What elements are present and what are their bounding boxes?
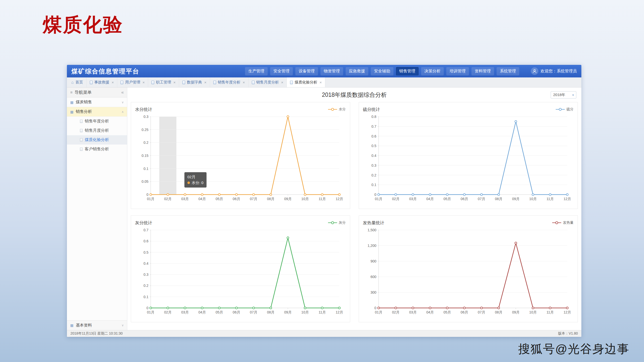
tab[interactable]: 事故救援×	[87, 77, 117, 87]
close-icon[interactable]: ×	[142, 80, 145, 84]
svg-text:0.1: 0.1	[144, 167, 149, 171]
chart-canvas[interactable]: 00.050.10.150.20.250.301月02月03月04月05月06月…	[135, 113, 345, 204]
svg-text:01月: 01月	[375, 310, 382, 314]
legend-marker-icon	[556, 108, 565, 111]
chart-canvas[interactable]: 03006009001,2001,50001月02月03月04月05月06月07…	[363, 227, 573, 317]
chart-canvas[interactable]: 00.10.20.30.40.50.60.70.801月02月03月04月05月…	[363, 113, 573, 204]
folder-icon: ▦	[70, 110, 73, 114]
nav-item[interactable]: 系统管理	[497, 67, 519, 75]
svg-text:05月: 05月	[443, 310, 451, 314]
close-icon[interactable]: ×	[243, 80, 245, 84]
tab-label: 用户管理	[125, 80, 140, 85]
tab[interactable]: 煤质化验分析×	[287, 77, 325, 87]
svg-text:11月: 11月	[546, 197, 554, 201]
legend-label: 灰分	[339, 220, 346, 225]
close-icon[interactable]: ×	[173, 80, 176, 84]
svg-text:04月: 04月	[426, 197, 434, 201]
user-avatar-icon[interactable]	[531, 67, 538, 75]
tab[interactable]: ⌂首页	[68, 77, 87, 87]
nav-item[interactable]: 销售管理	[396, 67, 419, 75]
menu-icon: ≡	[70, 90, 72, 95]
content-header: 2018年煤质数据综合分析 2018年 ▾	[131, 87, 578, 102]
svg-text:12月: 12月	[336, 197, 343, 201]
nav-item[interactable]: 资料管理	[471, 67, 494, 75]
nav-item[interactable]: 安全管理	[270, 67, 293, 75]
document-icon	[90, 81, 93, 84]
nav-item[interactable]: 设备管理	[295, 67, 318, 75]
svg-text:0.7: 0.7	[144, 228, 149, 232]
main-nav: 生产管理安全管理设备管理物资管理应急救援安全辅助销售管理决策分析培训管理资料管理…	[245, 67, 519, 75]
sidebar-item-basic-info[interactable]: ▦ 基本资料 ∨	[67, 321, 127, 330]
app-header: 煤矿综合信息管理平台 生产管理安全管理设备管理物资管理应急救援安全辅助销售管理决…	[67, 65, 581, 77]
legend-marker-icon	[552, 221, 561, 224]
chart-legend[interactable]: 水分	[328, 107, 346, 112]
svg-text:02月: 02月	[164, 310, 172, 314]
tab[interactable]: 数据字典×	[179, 77, 210, 87]
svg-text:04月: 04月	[198, 310, 206, 314]
nav-item[interactable]: 培训管理	[446, 67, 469, 75]
close-icon[interactable]: ×	[319, 80, 322, 84]
close-icon[interactable]: ×	[112, 80, 114, 84]
sidebar-item[interactable]: 销售月度分析	[67, 126, 127, 135]
user-area[interactable]: 欢迎您：系统管理员	[531, 67, 577, 75]
sidebar-group[interactable]: ▦煤炭销售∨	[67, 98, 127, 107]
nav-item[interactable]: 应急救援	[346, 67, 368, 75]
page: 煤质化验 煤矿综合信息管理平台 生产管理安全管理设备管理物资管理应急救援安全辅助…	[0, 0, 644, 362]
chart-legend[interactable]: 灰分	[328, 220, 346, 225]
document-icon	[120, 81, 123, 84]
page-headline: 煤质化验	[43, 12, 123, 38]
folder-icon: ▦	[70, 100, 73, 104]
sidebar-item[interactable]: 客户销售分析	[67, 145, 127, 154]
nav-item[interactable]: 生产管理	[245, 67, 268, 75]
folder-icon: ▦	[70, 323, 73, 327]
nav-item[interactable]: 安全辅助	[371, 67, 393, 75]
sidebar-item[interactable]: 销售年度分析	[67, 117, 127, 126]
svg-text:02月: 02月	[392, 197, 399, 201]
document-icon	[290, 81, 293, 84]
tab[interactable]: 职工管理×	[148, 77, 179, 87]
status-datetime: 2018年11月13日 星期二 10:31:30	[70, 331, 123, 336]
tab[interactable]: 销售年度分析×	[210, 77, 249, 87]
svg-text:0: 0	[146, 193, 148, 197]
svg-text:12月: 12月	[564, 310, 571, 314]
svg-text:0.6: 0.6	[371, 134, 376, 138]
tab[interactable]: 销售月度分析×	[249, 77, 287, 87]
svg-text:10月: 10月	[301, 197, 309, 201]
svg-text:09月: 09月	[284, 310, 292, 314]
nav-item[interactable]: 决策分析	[421, 67, 444, 75]
svg-text:06月: 06月	[461, 197, 468, 201]
chart-legend[interactable]: 硫分	[556, 107, 574, 112]
svg-text:300: 300	[370, 290, 376, 294]
nav-item[interactable]: 物资管理	[320, 67, 343, 75]
document-icon	[80, 138, 83, 142]
svg-text:0: 0	[374, 193, 376, 197]
document-icon	[80, 129, 83, 132]
svg-text:0.3: 0.3	[371, 163, 376, 167]
legend-label: 硫分	[567, 107, 574, 112]
chart-panel: 灰分统计灰分00.10.20.30.40.50.60.701月02月03月04月…	[131, 215, 350, 322]
svg-text:07月: 07月	[478, 197, 485, 201]
chevron-up-icon: ∧	[122, 110, 124, 114]
close-icon[interactable]: ×	[281, 80, 284, 84]
sidebar-group[interactable]: ▦销售分析∧	[67, 107, 127, 117]
chart-legend[interactable]: 发热量	[552, 220, 574, 225]
app-body: ≡ 导航菜单 « ▦煤炭销售∨▦销售分析∧销售年度分析销售月度分析煤质化验分析客…	[67, 87, 581, 330]
close-icon[interactable]: ×	[204, 80, 207, 84]
legend-label: 水分	[339, 107, 346, 112]
svg-text:04月: 04月	[198, 197, 206, 201]
document-icon	[213, 81, 216, 84]
sidebar-item[interactable]: 煤质化验分析	[67, 135, 127, 145]
chart-canvas[interactable]: 00.10.20.30.40.50.60.701月02月03月04月05月06月…	[135, 227, 345, 317]
collapse-sidebar-icon[interactable]: «	[121, 90, 124, 95]
svg-text:03月: 03月	[181, 197, 189, 201]
year-select[interactable]: 2018年 ▾	[551, 91, 576, 99]
svg-text:08月: 08月	[495, 310, 502, 314]
sidebar-footer: ▦ 基本资料 ∨	[67, 320, 127, 330]
svg-text:900: 900	[370, 259, 376, 263]
svg-text:0: 0	[374, 306, 376, 310]
legend-marker-icon	[328, 221, 337, 224]
tab[interactable]: 用户管理×	[117, 77, 148, 87]
svg-text:0.2: 0.2	[144, 284, 149, 288]
document-icon	[252, 81, 255, 84]
chart-title: 发热量统计	[363, 220, 384, 226]
